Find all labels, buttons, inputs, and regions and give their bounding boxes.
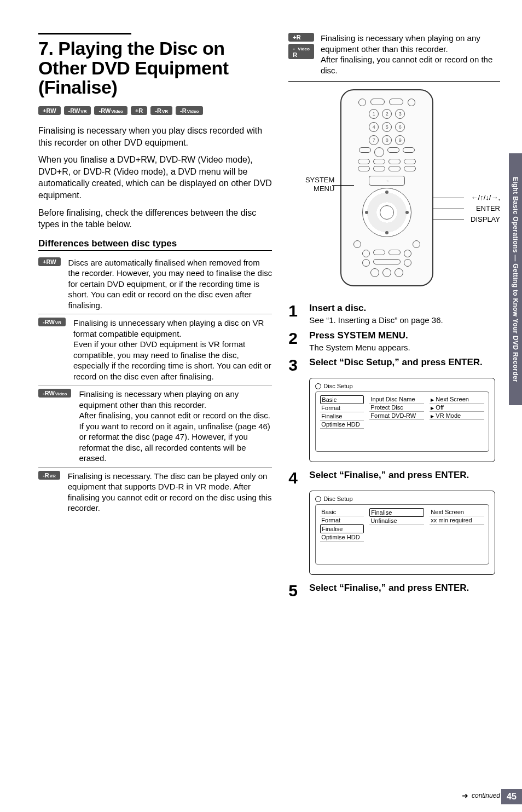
disc-setup-screenshot-2: Disc Setup BasicFormatFinaliseOptimise H… bbox=[309, 491, 495, 575]
disc-badge: -RWVideo bbox=[94, 106, 127, 115]
intro-paragraph-1: Finalising is necessary when you play di… bbox=[38, 125, 272, 148]
page-title: 7. Playing the Disc on Other DVD Equipme… bbox=[38, 39, 272, 97]
step-5: 5 Select “Finalise,” and press ENTER. bbox=[288, 583, 500, 599]
diff-row: +RWDiscs are automatically finalised whe… bbox=[38, 254, 272, 314]
diff-text: Finalising is unnecessary when playing a… bbox=[73, 318, 272, 382]
disc-badge: +RW bbox=[38, 106, 61, 115]
intro-paragraph-3: Before finalising, check the differences… bbox=[38, 207, 272, 231]
diff-row: -RWVideoFinalising is necessary when pla… bbox=[38, 385, 272, 467]
diff-row: -RWVRFinalising is unnecessary when play… bbox=[38, 314, 272, 385]
page-number: 45 bbox=[501, 789, 522, 804]
disc-badge: -RWVR bbox=[38, 318, 66, 326]
diff-text: Discs are automatically finalised when r… bbox=[68, 257, 272, 311]
diff-table: +RWDiscs are automatically finalised whe… bbox=[38, 254, 272, 517]
step-body: See “1. Inserting a Disc” on page 36. bbox=[309, 315, 500, 326]
diff-row: -RVRFinalising is necessary. The disc ca… bbox=[38, 467, 272, 517]
disc-badge: +RW bbox=[38, 257, 61, 266]
disc-badge: -RVideo bbox=[288, 44, 314, 59]
step-number: 2 bbox=[288, 330, 303, 353]
disc-badge: +R bbox=[288, 33, 314, 42]
gear-icon bbox=[315, 383, 321, 389]
step-number: 3 bbox=[288, 357, 303, 373]
disc-badge: -RWVR bbox=[64, 106, 91, 115]
step-heading: Select “Disc Setup,” and press ENTER. bbox=[309, 357, 500, 368]
label-enter: ENTER bbox=[476, 204, 500, 212]
side-tab: Eight Basic Operations — Getting to Know… bbox=[509, 153, 522, 405]
disc-setup-screenshot-1: Disc Setup BasicFormatFinaliseOptimise H… bbox=[309, 378, 495, 462]
label-display: DISPLAY bbox=[471, 215, 500, 223]
step-4: 4 Select “Finalise,” and press ENTER. bbox=[288, 470, 500, 486]
remote-illustration: 123 456 789 → SYSTEMMENU ←/↑/↓/→, E bbox=[288, 89, 500, 297]
diff-heading: Differences between disc types bbox=[38, 238, 272, 251]
disc-badge: -RVideo bbox=[176, 106, 203, 115]
label-system-menu: SYSTEMMENU bbox=[288, 176, 334, 193]
step-3: 3 Select “Disc Setup,” and press ENTER. bbox=[288, 357, 500, 373]
diff-text: Finalising is necessary when playing on … bbox=[79, 389, 272, 464]
step-number: 4 bbox=[288, 470, 303, 486]
step-number: 1 bbox=[288, 303, 303, 326]
top-note-box: +R-RVideo Finalising is necessary when p… bbox=[288, 33, 500, 82]
disc-badge: -RVR bbox=[150, 106, 172, 115]
step-1: 1 Insert a disc. See “1. Inserting a Dis… bbox=[288, 303, 500, 326]
step-heading: Insert a disc. bbox=[309, 303, 500, 314]
disc-badge: -RWVideo bbox=[38, 389, 71, 398]
step-2: 2 Press SYSTEM MENU. The System Menu app… bbox=[288, 330, 500, 353]
arrow-right-icon: ➜ bbox=[462, 791, 468, 800]
step-heading: Press SYSTEM MENU. bbox=[309, 330, 500, 341]
step-heading: Select “Finalise,” and press ENTER. bbox=[309, 470, 500, 481]
disc-badge: +R bbox=[131, 106, 147, 115]
step-body: The System Menu appears. bbox=[309, 342, 500, 353]
intro-paragraph-2: When you finalise a DVD+RW, DVD-RW (Vide… bbox=[38, 154, 272, 201]
title-rule bbox=[38, 33, 131, 34]
label-arrows: ←/↑/↓/→, bbox=[471, 193, 500, 201]
gear-icon bbox=[315, 496, 321, 502]
title-badges: +RW-RWVR-RWVideo+R-RVR-RVideo bbox=[38, 106, 272, 115]
disc-badge: -RVR bbox=[38, 471, 60, 480]
diff-text: Finalising is necessary. The disc can be… bbox=[68, 471, 272, 514]
top-note-text: Finalising is necessary when playing on … bbox=[321, 33, 500, 76]
step-heading: Select “Finalise,” and press ENTER. bbox=[309, 583, 500, 594]
continued-footer: ➜ continued bbox=[462, 791, 500, 800]
step-number: 5 bbox=[288, 583, 303, 599]
